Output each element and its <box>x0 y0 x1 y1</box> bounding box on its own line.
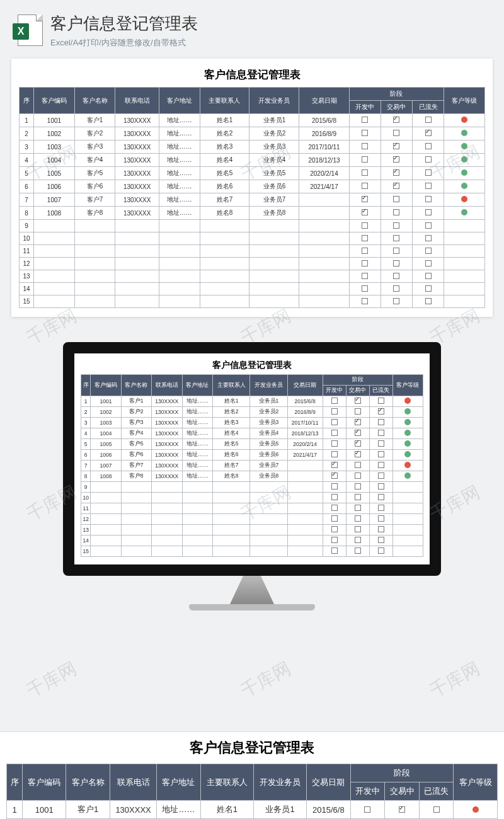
cell-name: 客户7 <box>74 193 115 207</box>
cell-phone <box>115 220 159 232</box>
cell-sales: 业务员8 <box>249 207 299 220</box>
cell-date: 2020/2/14 <box>287 439 323 450</box>
checkbox-icon <box>362 169 368 176</box>
level-dot-icon <box>404 419 411 425</box>
level-dot-icon <box>461 117 467 123</box>
cell-phone <box>151 525 182 536</box>
cell-date <box>299 232 349 245</box>
cell-phone: 130XXXX <box>151 418 182 428</box>
checkbox-icon <box>355 430 361 436</box>
cell-sales <box>250 525 287 536</box>
col-addr: 客户地址 <box>157 764 200 801</box>
cell-name: 客户6 <box>121 450 151 461</box>
cell-stage-lost <box>413 295 444 308</box>
checkbox-icon <box>378 483 384 490</box>
col-name: 客户名称 <box>66 764 110 801</box>
cell-level <box>444 258 485 270</box>
cell-phone <box>115 295 159 308</box>
cell-sales: 业务员8 <box>250 471 287 482</box>
cell-seq: 8 <box>81 471 91 482</box>
checkbox-icon <box>362 298 368 304</box>
cell-code <box>34 220 75 232</box>
cell-addr <box>159 232 200 245</box>
cell-code: 1006 <box>91 450 121 461</box>
cell-stage-dev <box>349 207 381 220</box>
checkbox-icon <box>378 547 384 554</box>
cell-sales: 业务员7 <box>249 193 299 207</box>
cell-code: 1008 <box>34 207 75 220</box>
cell-stage-dev <box>323 514 346 525</box>
checkbox-icon <box>378 494 384 500</box>
col-sales: 开发业务员 <box>253 764 306 801</box>
cell-code <box>34 232 75 245</box>
watermark: 千库网 <box>237 657 295 703</box>
cell-level <box>392 471 423 482</box>
cell-seq: 15 <box>81 546 91 557</box>
checkbox-icon <box>355 483 361 490</box>
cell-seq: 7 <box>20 193 34 207</box>
cell-level <box>392 482 423 493</box>
cell-addr: 地址…… <box>182 450 212 461</box>
col-stage-group: 阶段 <box>350 764 454 782</box>
checkbox-icon <box>355 398 361 404</box>
checkbox-icon <box>362 260 368 266</box>
cell-stage-lost <box>369 536 392 546</box>
cell-name <box>74 245 115 258</box>
cell-stage-dev <box>350 801 385 819</box>
cell-addr <box>182 514 212 525</box>
cell-name <box>121 546 151 557</box>
cell-addr: 地址…… <box>182 407 212 418</box>
cell-stage-lost <box>369 493 392 503</box>
customer-table-monitor: 序 客户编码 客户名称 联系电话 客户地址 主要联系人 开发业务员 交易日期 阶… <box>81 374 423 557</box>
cell-contact <box>200 270 249 283</box>
col-stage-group: 阶段 <box>349 88 444 101</box>
cell-code <box>34 283 75 295</box>
cell-contact: 姓名8 <box>200 207 249 220</box>
cell-contact: 姓名6 <box>213 450 250 461</box>
cell-sales: 业务员1 <box>250 396 287 407</box>
cell-seq: 14 <box>81 536 91 546</box>
cell-stage-lost <box>369 428 392 439</box>
cell-contact: 姓名5 <box>200 167 249 180</box>
cell-phone: 130XXXX <box>151 396 182 407</box>
cell-phone <box>151 503 182 514</box>
sheet-preview-card: 客户信息登记管理表 序 客户编码 客户名称 联系电话 客户地址 主要联系人 开发… <box>11 59 493 317</box>
cell-stage-lost <box>413 258 444 270</box>
cell-seq: 2 <box>20 127 34 140</box>
checkbox-icon <box>425 196 432 202</box>
cell-seq: 13 <box>81 525 91 536</box>
level-dot-icon <box>404 398 411 404</box>
checkbox-icon <box>425 156 432 163</box>
cell-phone: 130XXXX <box>115 207 159 220</box>
cell-level <box>392 503 423 514</box>
checkbox-icon <box>355 547 361 554</box>
cell-name: 客户2 <box>74 127 115 140</box>
table-row: 6 1006 客户6 130XXXX 地址…… 姓名6 业务员6 2021/4/… <box>81 450 423 461</box>
cell-addr: 地址…… <box>182 471 212 482</box>
cell-contact: 姓名6 <box>200 180 249 193</box>
table-row: 13 <box>81 525 423 536</box>
checkbox-icon <box>425 183 432 189</box>
cell-addr: 地址…… <box>182 396 212 407</box>
table-row: 3 1003 客户3 130XXXX 地址…… 姓名3 业务员3 2017/10… <box>20 140 485 154</box>
cell-stage-deal <box>346 428 369 439</box>
cell-code <box>34 270 75 283</box>
checkbox-icon <box>425 235 432 241</box>
cell-seq: 4 <box>81 428 91 439</box>
cell-sales <box>249 258 299 270</box>
cell-stage-dev <box>323 396 346 407</box>
checkbox-icon <box>331 483 338 490</box>
checkbox-icon <box>355 451 361 457</box>
col-sales: 开发业务员 <box>249 88 299 114</box>
cell-name: 客户8 <box>121 471 151 482</box>
checkbox-icon <box>378 515 384 522</box>
col-stage-dev: 开发中 <box>323 386 346 396</box>
cell-stage-deal <box>381 193 412 207</box>
checkbox-icon <box>425 273 432 279</box>
checkbox-icon <box>362 273 368 279</box>
cell-addr: 地址…… <box>182 428 212 439</box>
cell-level <box>392 493 423 503</box>
cell-sales: 业务员5 <box>249 167 299 180</box>
cell-stage-lost <box>369 482 392 493</box>
cell-phone: 130XXXX <box>151 471 182 482</box>
